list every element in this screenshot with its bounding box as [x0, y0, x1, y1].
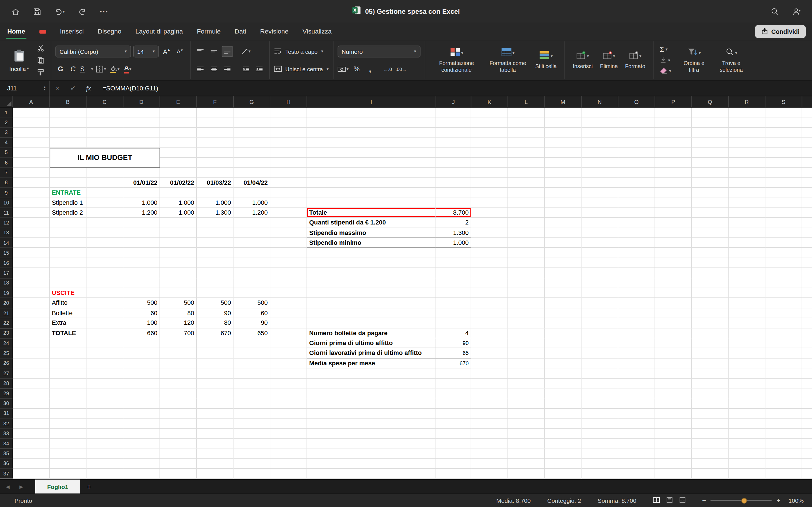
col-header-B[interactable]: B	[50, 96, 86, 108]
zoom-slider[interactable]	[711, 500, 772, 501]
cell-P19[interactable]	[655, 288, 692, 298]
page-layout-view-icon[interactable]	[666, 497, 673, 504]
cell-Q3[interactable]	[692, 128, 728, 138]
cell-R22[interactable]	[728, 318, 765, 328]
insert-cells-button[interactable]: Inserisci	[569, 51, 596, 69]
cell-N24[interactable]	[581, 338, 618, 348]
cell-S22[interactable]	[765, 318, 802, 328]
cell-R32[interactable]	[728, 418, 765, 429]
cell-C14[interactable]	[87, 238, 123, 248]
cell-S20[interactable]	[765, 298, 802, 308]
cell-R13[interactable]	[728, 228, 765, 238]
cell-J13[interactable]: 1.300	[436, 228, 471, 238]
cell-Q17[interactable]	[692, 268, 728, 278]
cell-O4[interactable]	[618, 138, 655, 148]
cell-K15[interactable]	[471, 248, 508, 258]
font-name-select[interactable]: Calibri (Corpo)	[55, 46, 131, 57]
cell-J6[interactable]	[436, 158, 471, 168]
cell-A26[interactable]	[13, 358, 50, 369]
cell-A16[interactable]	[13, 258, 50, 268]
cell-P3[interactable]	[655, 128, 692, 138]
normal-view-icon[interactable]	[653, 497, 660, 504]
cell-R28[interactable]	[728, 379, 765, 389]
cell-M17[interactable]	[545, 268, 581, 278]
cell-Q29[interactable]	[692, 388, 728, 399]
fill-button[interactable]	[658, 55, 673, 66]
cell-C19[interactable]	[87, 288, 123, 298]
cell-F19[interactable]	[197, 288, 234, 298]
cell-E33[interactable]	[160, 429, 197, 439]
cell-H36[interactable]	[270, 459, 307, 469]
cell-H1[interactable]	[270, 108, 307, 118]
cell-S26[interactable]	[765, 358, 802, 369]
cell-N36[interactable]	[581, 459, 618, 469]
cell-P7[interactable]	[655, 168, 692, 178]
cell-H4[interactable]	[270, 138, 307, 148]
row-header-19[interactable]: 19	[0, 288, 13, 298]
cell-O32[interactable]	[618, 418, 655, 429]
cell-P22[interactable]	[655, 318, 692, 328]
cell-J32[interactable]	[436, 418, 471, 429]
cell-K9[interactable]	[471, 188, 508, 198]
cell-M19[interactable]	[545, 288, 581, 298]
cell-J12[interactable]: 2	[436, 218, 471, 228]
tab-disegno[interactable]: Disegno	[98, 26, 121, 37]
align-left-icon[interactable]	[195, 64, 206, 75]
row-header-11[interactable]: 11	[0, 208, 13, 218]
cell-P4[interactable]	[655, 138, 692, 148]
cell-M18[interactable]	[545, 278, 581, 288]
cell-M13[interactable]	[545, 228, 581, 238]
cell-E37[interactable]	[160, 469, 197, 479]
cell-B12[interactable]	[50, 218, 86, 228]
cell-N11[interactable]	[581, 208, 618, 218]
cell-B10[interactable]: Stipendio 1	[50, 198, 86, 208]
cell-F33[interactable]	[197, 429, 234, 439]
cell-D18[interactable]	[123, 278, 160, 288]
cell-P15[interactable]	[655, 248, 692, 258]
cell-Q16[interactable]	[692, 258, 728, 268]
cell-Q21[interactable]	[692, 308, 728, 318]
cell-N25[interactable]	[581, 348, 618, 358]
cell-A25[interactable]	[13, 348, 50, 358]
cell-C12[interactable]	[87, 218, 123, 228]
row-header-32[interactable]: 32	[0, 418, 13, 429]
cell-H14[interactable]	[270, 238, 307, 248]
cell-E5[interactable]	[160, 148, 197, 158]
cell-R27[interactable]	[728, 369, 765, 379]
cell-L35[interactable]	[508, 449, 545, 459]
cell-I28[interactable]	[307, 379, 436, 389]
cell-K18[interactable]	[471, 278, 508, 288]
cell-Q6[interactable]	[692, 158, 728, 168]
row-header-29[interactable]: 29	[0, 388, 13, 399]
cell-K30[interactable]	[471, 399, 508, 409]
increase-decimal-icon[interactable]: ←.0	[382, 64, 393, 75]
cell-S19[interactable]	[765, 288, 802, 298]
cell-N10[interactable]	[581, 198, 618, 208]
cell-D3[interactable]	[123, 128, 160, 138]
cell-N7[interactable]	[581, 168, 618, 178]
cell-S18[interactable]	[765, 278, 802, 288]
cell-K4[interactable]	[471, 138, 508, 148]
cell-M15[interactable]	[545, 248, 581, 258]
cell-K26[interactable]	[471, 358, 508, 369]
cell-P9[interactable]	[655, 188, 692, 198]
cell-J15[interactable]	[436, 248, 471, 258]
cell-N8[interactable]	[581, 178, 618, 188]
cell-J11[interactable]: 8.700	[436, 208, 471, 218]
zoom-level[interactable]: 100%	[785, 497, 804, 504]
select-all-corner[interactable]	[0, 96, 13, 108]
cell-K11[interactable]	[471, 208, 508, 218]
row-header-20[interactable]: 20	[0, 298, 13, 308]
font-color-icon[interactable]: A	[122, 64, 133, 75]
cell-C36[interactable]	[87, 459, 123, 469]
cell-P14[interactable]	[655, 238, 692, 248]
cell-E7[interactable]	[160, 168, 197, 178]
cell-G21[interactable]: 60	[234, 308, 270, 318]
cell-H2[interactable]	[270, 118, 307, 128]
cell-C4[interactable]	[87, 138, 123, 148]
cell-E22[interactable]: 120	[160, 318, 197, 328]
cell-D31[interactable]	[123, 409, 160, 419]
cell-H7[interactable]	[270, 168, 307, 178]
cell-G13[interactable]	[234, 228, 270, 238]
cell-M35[interactable]	[545, 449, 581, 459]
